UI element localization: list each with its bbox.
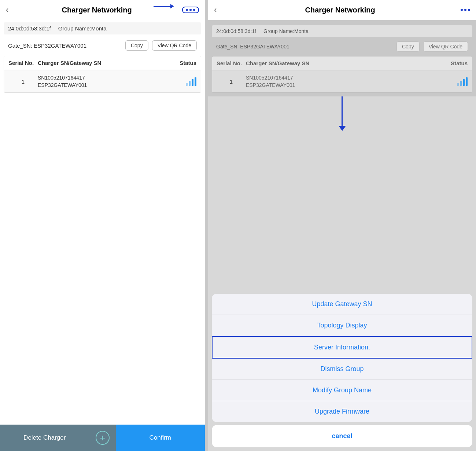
left-row-sn1: SN10052107164417 xyxy=(38,75,167,81)
menu-item-topology-display[interactable]: Topology Display xyxy=(212,315,472,336)
left-group-name: Group Name:Monta xyxy=(58,25,107,32)
left-add-button[interactable]: + xyxy=(89,425,116,451)
right-table-header: Serial No. Charger SN/Gateway SN Status xyxy=(212,56,472,70)
right-row-sn2: ESP32GATEWAY001 xyxy=(246,82,438,88)
signal-bar-3 xyxy=(192,79,193,86)
left-row-serial: 1 xyxy=(8,78,38,85)
signal-bar-4 xyxy=(195,77,196,86)
left-table-header: Serial No. Charger SN/Gateway SN Status xyxy=(4,56,201,70)
right-row-sn1: SN10052107164417 xyxy=(246,75,438,81)
right-row-serial: 1 xyxy=(217,78,246,85)
panel-divider xyxy=(205,0,208,451)
down-arrow-line xyxy=(342,96,343,126)
menu-item-modify-group-name[interactable]: Modify Group Name xyxy=(212,380,472,401)
down-arrow xyxy=(339,96,346,131)
left-signal-bars xyxy=(186,77,196,86)
right-signal-bar-1 xyxy=(457,83,459,86)
left-gate-row: Gate_SN: ESP32GATEWAY001 Copy View QR Co… xyxy=(4,37,201,54)
right-view-qr-button[interactable]: View QR Code xyxy=(423,41,468,52)
menu-item-server-information[interactable]: Server Information. xyxy=(212,336,472,359)
left-info-row: 24:0d:0d:58:3d:1f Group Name:Monta xyxy=(4,22,201,34)
left-table-row: 1 SN10052107164417 ESP32GATEWAY001 xyxy=(4,70,201,92)
left-back-button[interactable]: ‹ xyxy=(6,5,11,15)
menu-item-update-gateway[interactable]: Update Gateway SN xyxy=(212,294,472,315)
left-col-sn: Charger SN/Gateway SN xyxy=(38,60,167,66)
right-signal-bars xyxy=(457,77,468,86)
right-title: Charger Networking xyxy=(305,6,375,14)
right-dimmed-content: 24:0d:0d:58:3d:1f Group Name:Monta Gate_… xyxy=(208,20,476,96)
right-mac-address: 24:0d:0d:58:3d:1f xyxy=(216,28,256,34)
right-copy-button[interactable]: Copy xyxy=(396,41,420,52)
left-gate-sn-label: Gate_SN: ESP32GATEWAY001 xyxy=(8,43,122,49)
menu-item-dismiss-group[interactable]: Dismiss Group xyxy=(212,359,472,380)
right-col3: Status xyxy=(438,60,468,66)
left-copy-button[interactable]: Copy xyxy=(125,40,148,51)
left-row-sn: SN10052107164417 ESP32GATEWAY001 xyxy=(38,75,167,88)
menu-cancel-button[interactable]: cancel xyxy=(212,425,472,447)
left-more-button[interactable] xyxy=(182,7,199,13)
left-title: Charger Networking xyxy=(62,6,132,14)
left-row-sn2: ESP32GATEWAY001 xyxy=(38,82,167,88)
down-arrow-head xyxy=(339,126,346,131)
menu-group-main: Update Gateway SN Topology Display Serve… xyxy=(212,294,472,422)
right-table-row: 1 SN10052107164417 ESP32GATEWAY001 xyxy=(212,70,472,92)
right-col1: Serial No. xyxy=(217,60,246,66)
right-gate-sn: Gate_SN: ESP32GATEWAY001 xyxy=(216,44,393,50)
right-gate-row: Gate_SN: ESP32GATEWAY001 Copy View QR Co… xyxy=(212,38,472,55)
signal-bar-1 xyxy=(186,83,188,86)
left-signal-status xyxy=(167,77,196,86)
right-signal-bar-3 xyxy=(463,79,465,86)
right-panel: ‹ Charger Networking 24:0d:0d:58:3d:1f G… xyxy=(208,0,476,451)
left-table: Serial No. Charger SN/Gateway SN Status … xyxy=(4,56,201,93)
left-panel: ‹ Charger Networking 24:0d:0d:58:3d:1f G… xyxy=(0,0,205,451)
right-col2: Charger SN/Gateway SN xyxy=(246,60,438,66)
left-confirm-button[interactable]: Confirm xyxy=(116,425,205,451)
signal-bar-2 xyxy=(189,81,191,86)
menu-item-upgrade-firmware[interactable]: Upgrade Firmware xyxy=(212,401,472,422)
right-dots-icon xyxy=(461,9,470,11)
right-signal-bar-4 xyxy=(466,77,468,86)
left-col-serial: Serial No. xyxy=(8,60,38,66)
left-mac-address: 24:0d:0d:58:3d:1f xyxy=(8,25,51,32)
left-col-status: Status xyxy=(167,60,196,66)
right-back-button[interactable]: ‹ xyxy=(214,5,219,15)
right-more-button[interactable] xyxy=(461,9,470,11)
right-menu-sheet: Update Gateway SN Topology Display Serve… xyxy=(208,294,476,451)
left-delete-button[interactable]: Delete Charger xyxy=(0,425,89,451)
plus-circle-icon: + xyxy=(96,431,110,445)
right-group-name: Group Name:Monta xyxy=(263,28,309,34)
right-signal-status xyxy=(438,77,468,86)
left-bottom-bar: Delete Charger + Confirm xyxy=(0,425,205,451)
right-table: Serial No. Charger SN/Gateway SN Status … xyxy=(212,56,472,93)
right-signal-bar-2 xyxy=(460,81,462,86)
left-dots-icon xyxy=(186,9,195,11)
left-header: ‹ Charger Networking xyxy=(0,0,205,20)
right-info-row: 24:0d:0d:58:3d:1f Group Name:Monta xyxy=(212,25,472,37)
right-header: ‹ Charger Networking xyxy=(208,0,476,20)
left-view-qr-button[interactable]: View QR Code xyxy=(152,40,197,51)
right-row-sn: SN10052107164417 ESP32GATEWAY001 xyxy=(246,75,438,88)
